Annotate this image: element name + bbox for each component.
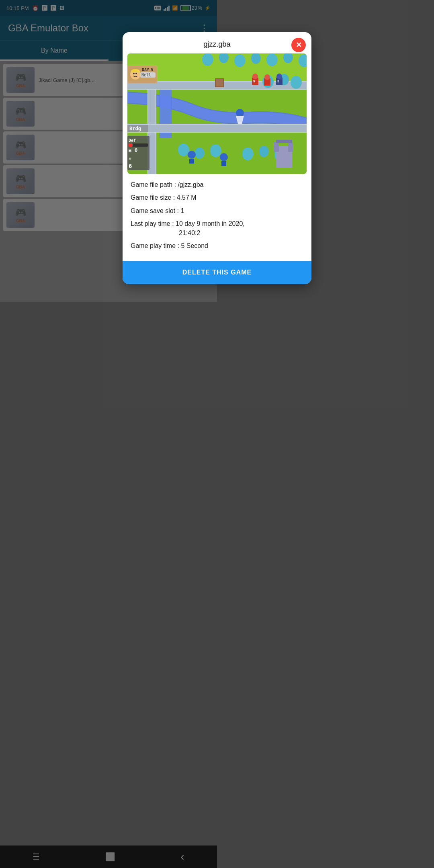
file-path-text: Game file path : /gjzz.gba	[131, 181, 203, 188]
svg-rect-18	[127, 124, 217, 125]
svg-text:DAY: DAY	[142, 68, 149, 72]
svg-text:6: 6	[129, 163, 132, 169]
delete-game-button[interactable]: DELETE THIS GAME	[123, 261, 217, 284]
last-play-time-text: Last play time : 10 day 9 month in 2020,	[131, 220, 217, 227]
svg-text:Nell: Nell	[141, 73, 151, 77]
modal-overlay: gjzz.gba ✕	[0, 0, 217, 434]
save-slot-line: Game save slot : 1	[131, 207, 217, 215]
svg-point-2	[202, 53, 213, 66]
svg-text:☠: ☠	[129, 156, 131, 161]
svg-point-56	[135, 73, 137, 74]
svg-rect-49	[189, 159, 194, 164]
svg-text:▣: ▣	[129, 148, 131, 153]
svg-text:Brdg: Brdg	[129, 126, 141, 131]
file-size-text: Game file size : 4.57 M	[131, 194, 197, 201]
play-time-line: Game play time : 5 Second	[131, 242, 217, 250]
svg-text:Def: Def	[129, 138, 136, 143]
game-scene-svg: Brdg 9 3	[127, 53, 217, 174]
dialog-title: gjzz.gba	[203, 40, 217, 48]
last-play-time-value: 21:40:2	[131, 229, 200, 236]
game-screenshot: Brdg 9 3	[127, 53, 217, 174]
dialog-header: gjzz.gba ✕	[123, 32, 217, 53]
svg-point-24	[195, 147, 205, 159]
svg-text:0: 0	[135, 147, 137, 153]
svg-point-48	[188, 151, 196, 159]
game-detail-dialog: gjzz.gba ✕	[123, 32, 217, 284]
svg-text:5: 5	[151, 67, 154, 72]
file-path-line: Game file path : /gjzz.gba	[131, 180, 217, 189]
game-info-section: Game file path : /gjzz.gba Game file siz…	[123, 174, 217, 261]
svg-point-55	[133, 73, 135, 74]
save-slot-text: Game save slot : 1	[131, 207, 184, 214]
last-play-time-line: Last play time : 10 day 9 month in 2020,…	[131, 219, 217, 237]
svg-rect-64	[129, 143, 133, 147]
play-time-text: Game play time : 5 Second	[131, 242, 208, 249]
svg-point-23	[178, 143, 189, 156]
svg-rect-47	[216, 79, 217, 86]
file-size-line: Game file size : 4.57 M	[131, 193, 217, 202]
svg-rect-11	[127, 89, 217, 90]
